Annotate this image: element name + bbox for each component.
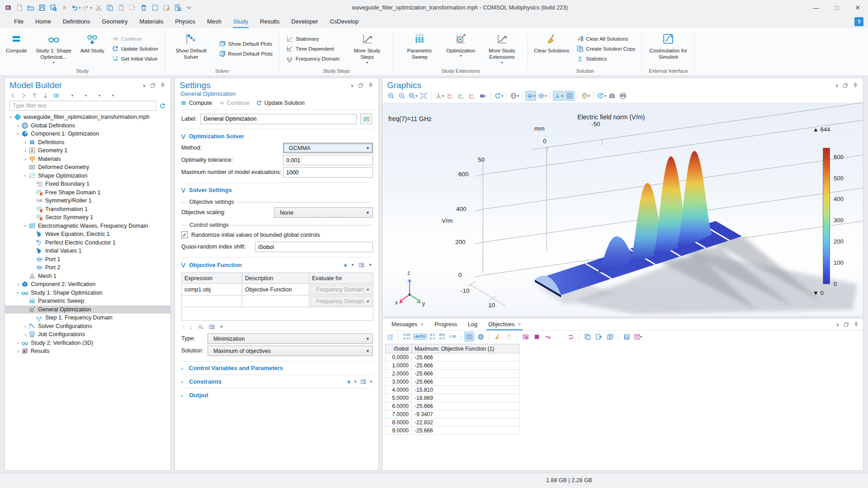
select-region-button[interactable] [150,2,160,13]
statistics-button[interactable]: Statistics [574,54,637,63]
show-default-solver-button[interactable]: Show Default Solver [168,29,215,68]
objective-row[interactable]: comp1.objObjective FunctionFrequency Dom… [182,284,373,296]
tree-expander-icon[interactable]: › [15,282,21,287]
move-down-icon[interactable]: ↓ [189,324,192,330]
section-control-variables-and-parameters[interactable]: ›Control Variables and Parameters [181,361,372,375]
type-select[interactable]: Minimization▼ [208,333,373,344]
precision-8p85e-12-button[interactable]: 8.85 e-12 [402,332,412,341]
table-transpose-button[interactable] [566,332,576,342]
float-window-icon[interactable] [150,82,156,89]
cube-view-button[interactable]: ▾ [537,91,547,101]
tree-expander-icon[interactable]: › [15,123,21,128]
tree-expander-icon[interactable]: › [22,140,28,145]
more-study-steps-button[interactable]: More Study Steps▾ [344,29,391,68]
run-button[interactable] [59,2,70,13]
tree-expander-icon[interactable]: › [15,131,21,137]
tree-item-study-1-shape-optimization[interactable]: ›Study 1: Shape Optimization [5,289,170,297]
tree-item-sector-symmetry-1[interactable]: Sector Symmetry 1 [5,213,170,222]
refresh-icon[interactable] [159,103,166,109]
help-icon[interactable]: ? [854,17,863,26]
move-up-button[interactable] [31,92,38,99]
tree-item-job-configurations[interactable]: ›Job Configurations [5,330,170,339]
section-solver-settings[interactable]: ⋁Solver Settings [181,183,372,196]
tree-item-results[interactable]: ›Results [5,347,170,356]
objectives-row[interactable]: 2.0000-25.666 [386,370,519,378]
tree-item-wave-equation-electric-1[interactable]: DWave Equation, Electric 1 [5,230,170,239]
description-cell[interactable]: Objective Function [242,284,309,296]
tree-item-step-1-frequency-domain[interactable]: Step 1: Frequency Domain [5,314,170,322]
tab-progress[interactable]: Progress [429,319,462,330]
tree-item-solver-configurations[interactable]: ›Solver Configurations [5,322,170,331]
float-window-icon[interactable] [842,82,849,89]
tree-item-general-optimization[interactable]: General Optimization [5,305,170,314]
grid-button[interactable] [565,91,575,101]
precision-0p85-button[interactable]: 0.85 [448,334,458,339]
open-button[interactable] [25,2,36,13]
tree-expander-icon[interactable]: › [22,148,28,153]
clear-all-solutions-button[interactable]: Clear All Solutions [574,34,637,43]
menu-geometry[interactable]: Geometry [96,15,133,28]
menu-results[interactable]: Results [254,15,285,28]
report-preview-button[interactable] [172,2,183,13]
column-expression[interactable]: Expression [182,273,242,284]
menu-mesh[interactable]: Mesh [201,15,227,28]
tree-item-mesh-1[interactable]: Mesh 1 [5,272,170,281]
save-find-button[interactable] [48,2,59,13]
tab-objectives[interactable]: Objectives× [483,319,526,330]
zoom-box-button[interactable]: ▾ [408,91,418,101]
tree-item-fixed-boundary-1[interactable]: DFixed Boundary 1 [5,180,170,188]
expression-cell[interactable]: comp1.obj [182,284,242,296]
copy-table-button[interactable] [582,332,592,342]
tree-item-port-1[interactable]: Port 1 [5,255,170,264]
add-objective-caret[interactable]: ▼ [351,263,354,267]
rotate-button[interactable]: ▾ [494,91,504,101]
copy-button[interactable] [104,2,115,13]
view-xz-button[interactable]: xz [467,91,477,101]
column-description[interactable]: Description [242,273,309,284]
delete-button[interactable] [138,2,149,13]
add-study-button[interactable]: Add Study [77,29,108,68]
stationary-button[interactable]: Stationary [284,34,342,43]
objectives-row[interactable]: 4.0000-15.810 [386,386,519,394]
tree-item-materials[interactable]: ›Materials [5,155,170,164]
clear-table-button[interactable] [492,332,502,342]
move-up-icon[interactable]: ↑ [182,324,185,330]
menu-materials[interactable]: Materials [133,15,169,28]
tree-item-electromagnetic-waves-frequency-domain[interactable]: ›Electromagnetic Waves, Frequency Domain [5,222,170,230]
float-window-icon[interactable] [358,82,364,89]
update-plot-button[interactable]: ▾ [596,91,606,101]
edit-rows-caret[interactable]: ▼ [220,325,223,329]
menu-definitions[interactable]: Definitions [57,15,96,28]
full-precision-button[interactable] [464,332,474,342]
table-graph-button[interactable]: ▾ [633,332,643,342]
color-palette-button[interactable]: ▾ [580,91,590,101]
tree-item-perfect-electric-conductor-1[interactable]: DPerfect Electric Conductor 1 [5,239,170,247]
move-down-button[interactable] [42,92,49,99]
reset-default-plots-button[interactable]: Reset Default Plots [217,49,275,58]
tree-expander-icon[interactable]: › [15,340,21,346]
tree-item-waveguide-filter-optimization-transforma[interactable]: ›waveguide_filter_optimization_transform… [5,113,170,122]
tree-item-component-2-verification[interactable]: ›Component 2: Verification [5,280,170,289]
menu-csdevelop[interactable]: CsDevelop [324,15,365,28]
table-rows-button[interactable] [622,332,632,342]
get-initial-value-button[interactable]: Get Initial Value [109,54,160,63]
show-default-plots-button[interactable]: Show Default Plots [217,39,275,48]
tree-item-symmetry-roller-1[interactable]: Symmetry/Roller 1 [5,197,170,205]
menu-study[interactable]: Study [227,15,254,28]
precision-auto-button[interactable]: AUTO [413,333,427,340]
edit-rows-icon[interactable] [208,324,215,330]
close-tab-icon[interactable]: × [420,321,424,328]
update-solution-button[interactable]: Update Solution [256,100,305,106]
add-constraint-icon[interactable]: + [347,378,351,385]
zoom-out-button[interactable] [397,91,407,101]
precision-8p5e-1-button[interactable]: 8.5 e-1 [429,332,437,341]
new-file-button[interactable] [14,2,25,13]
tree-expander-icon[interactable]: › [22,156,28,162]
pin-icon[interactable] [852,82,859,89]
continue-button[interactable]: Continue [109,34,160,43]
table-window-button[interactable] [520,332,530,342]
optimization-button[interactable]: Optimization▾ [443,29,478,68]
tree-item-free-shape-domain-1[interactable]: Free Shape Domain 1 [5,188,170,197]
collapse-caret-button[interactable]: ▾ [77,92,87,99]
menu-home[interactable]: Home [29,15,57,28]
